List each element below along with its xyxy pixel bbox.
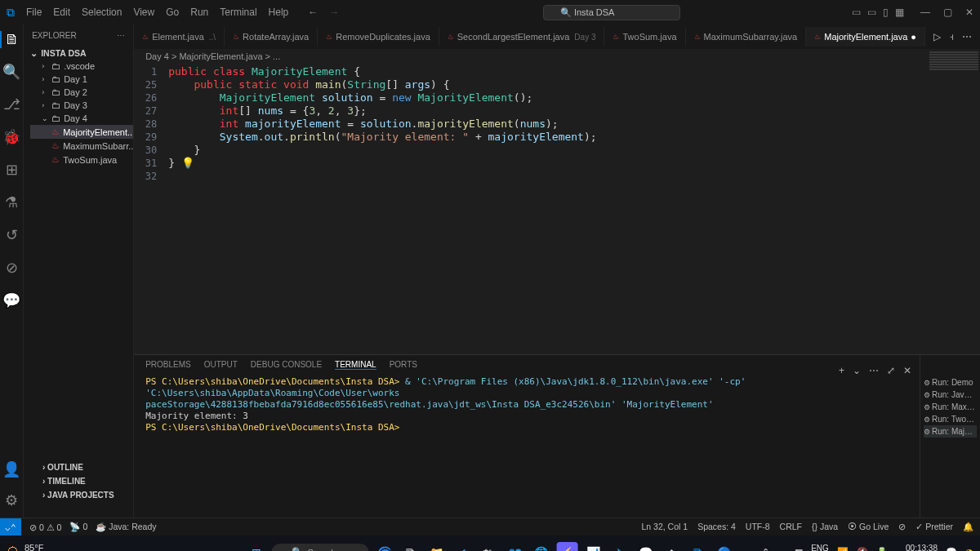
outline-section[interactable]: › OUTLINE — [36, 460, 146, 474]
tray-app-icon[interactable]: ▩ — [795, 547, 803, 551]
status-noti-icon[interactable]: ⊘ — [898, 522, 906, 532]
tab-twosum[interactable]: ♨TwoSum.java — [604, 27, 685, 47]
tray-wifi-icon[interactable]: 📶 — [837, 547, 849, 551]
tab-secondlargest[interactable]: ♨SecondLargestElement.javaDay 3 — [439, 27, 605, 47]
tray-noti-icon[interactable]: 💬 — [946, 547, 957, 551]
status-bell-icon[interactable]: 🔔 — [963, 522, 973, 532]
sidebar-icon[interactable]: ▯ — [883, 7, 889, 18]
new-terminal-icon[interactable]: + — [839, 365, 844, 376]
status-java[interactable]: ☕ Java: Ready — [96, 522, 156, 532]
chrome-icon[interactable]: 🔵 — [713, 542, 734, 552]
run-icon[interactable]: ▷ — [933, 31, 941, 42]
menu-go[interactable]: Go — [161, 3, 184, 21]
taskview-icon[interactable]: ⧉ — [399, 542, 421, 552]
status-lang[interactable]: {} Java — [812, 522, 838, 532]
status-spaces[interactable]: Spaces: 4 — [697, 522, 736, 532]
status-errors[interactable]: ⊘ 0 ⚠ 0 — [29, 522, 61, 532]
terminal-dropdown-icon[interactable]: ⌄ — [853, 365, 861, 376]
store-icon[interactable]: 🛍 — [478, 542, 499, 552]
layout-grid-icon[interactable]: ▦ — [895, 7, 904, 18]
remote-icon[interactable]: ⊘ — [6, 259, 18, 277]
folder-day2[interactable]: ›🗀 Day 2 — [30, 86, 133, 99]
code-editor[interactable]: 1public class MajorityElement {25 public… — [134, 64, 980, 354]
menu-terminal[interactable]: Terminal — [215, 3, 261, 21]
nav-forward-icon[interactable]: → — [329, 7, 339, 18]
vscode-taskbar-icon[interactable]: ⧉ — [687, 542, 708, 552]
terminal-content[interactable]: PS C:\Users\shiba\OneDrive\Documents\Ins… — [134, 375, 920, 518]
start-icon[interactable]: ⊞ — [246, 542, 267, 552]
status-prettier[interactable]: ✓ Prettier — [915, 522, 953, 532]
teams-icon[interactable]: 👥 — [504, 542, 525, 552]
folder-day4[interactable]: ⌄🗀 Day 4 — [30, 112, 133, 125]
status-enc[interactable]: UTF-8 — [746, 522, 770, 532]
source-control-icon[interactable]: ⎇ — [3, 96, 20, 113]
folder-vscode[interactable]: ›🗀 .vscode — [30, 60, 133, 73]
menu-file[interactable]: File — [21, 3, 47, 21]
run-javafo[interactable]: ⚙Run: JavaFo... — [924, 389, 977, 401]
breadcrumb[interactable]: Day 4 > MajorityElement.java > ... — [134, 49, 980, 64]
minimap[interactable] — [929, 51, 978, 149]
explorer-taskbar-icon[interactable]: 📁 — [425, 542, 447, 552]
run-demo[interactable]: ⚙Run: Demo — [924, 376, 977, 389]
weather-icon[interactable]: 🌤 — [7, 545, 20, 552]
panel-tab-ports[interactable]: PORTS — [390, 360, 417, 370]
panel-tab-output[interactable]: OUTPUT — [204, 360, 238, 370]
tab-removedup[interactable]: ♨RemoveDuplicates.java — [318, 27, 439, 47]
maximize-panel-icon[interactable]: ⤢ — [887, 365, 895, 376]
taskbar-search[interactable]: 🔍 Search — [272, 544, 369, 551]
debug-icon[interactable]: 🐞 — [2, 128, 20, 146]
telegram-icon[interactable]: ✈ — [608, 542, 630, 552]
tray-battery-icon[interactable]: 🔋 — [876, 547, 888, 551]
menu-view[interactable]: View — [128, 3, 159, 21]
tray-volume-icon[interactable]: 🔇 — [857, 547, 868, 551]
timeline-section[interactable]: › TIMELINE — [36, 474, 146, 488]
panel-more-icon[interactable]: ⋯ — [869, 365, 879, 376]
menu-help[interactable]: Help — [264, 3, 294, 21]
project-root[interactable]: ⌄INSTA DSA — [24, 47, 133, 60]
status-ports[interactable]: 📡 0 — [69, 522, 87, 532]
app4-icon[interactable]: ◆ — [661, 542, 682, 552]
minimize-icon[interactable]: — — [920, 7, 930, 18]
nav-back-icon[interactable]: ← — [308, 7, 318, 18]
menu-selection[interactable]: Selection — [77, 3, 127, 21]
tab-element[interactable]: ♨Element.java..\ — [134, 27, 225, 47]
command-center-search[interactable]: 🔍 Insta DSA — [543, 5, 681, 20]
remote-indicator[interactable]: ⌵⌃ — [0, 518, 21, 536]
folder-day3[interactable]: ›🗀 Day 3 — [30, 99, 133, 112]
tray-corner-icon[interactable]: ◑ — [965, 547, 973, 551]
status-eol[interactable]: CRLF — [780, 522, 802, 532]
menu-run[interactable]: Run — [185, 3, 213, 21]
panel-tab-terminal[interactable]: TERMINAL — [335, 360, 376, 370]
copilot-icon[interactable]: 🌀 — [373, 542, 394, 552]
status-pos[interactable]: Ln 32, Col 1 — [642, 522, 688, 532]
tray-chevron-icon[interactable]: ⌃ — [762, 547, 769, 551]
panel-tab-debugconsole[interactable]: DEBUG CONSOLE — [251, 360, 322, 370]
settings-icon[interactable]: ⚙ — [5, 491, 18, 509]
run-majorit[interactable]: ⚙Run: Majorit... — [924, 425, 977, 438]
tray-onedrive-icon[interactable]: ☁ — [777, 547, 786, 551]
extensions-icon[interactable]: ⊞ — [6, 161, 18, 179]
tab-maxsub[interactable]: ♨MaximumSubarray.java — [686, 27, 807, 47]
timeline-icon[interactable]: ↺ — [6, 226, 18, 244]
chat-icon[interactable]: 💬 — [2, 291, 20, 309]
maximize-icon[interactable]: ▢ — [943, 7, 952, 18]
menu-edit[interactable]: Edit — [48, 3, 75, 21]
run-maxim[interactable]: ⚙Run: Maxim... — [924, 401, 977, 413]
app1-icon[interactable]: ✔ — [452, 542, 473, 552]
app3-icon[interactable]: 📊 — [582, 542, 604, 552]
weather-widget[interactable]: 85°F Haze — [24, 543, 46, 552]
tray-datetime[interactable]: 00:13:38 18-05-2024 — [896, 544, 938, 552]
file-majority[interactable]: ♨ MajorityElement... — [30, 125, 133, 139]
status-golive[interactable]: ⦿ Go Live — [848, 522, 889, 532]
panel-tab-problems[interactable]: PROBLEMS — [145, 360, 191, 370]
more-icon[interactable]: ⋯ — [962, 31, 972, 42]
java-projects-section[interactable]: › JAVA PROJECTS — [36, 488, 146, 502]
close-icon[interactable]: ✕ — [965, 7, 973, 18]
tab-majority[interactable]: ♨MajorityElement.java ● — [806, 27, 925, 47]
run-twosum[interactable]: ⚙Run: TwoSum — [924, 413, 977, 425]
file-maxsub[interactable]: ♨ MaximumSubarr... — [30, 139, 133, 153]
account-icon[interactable]: 👤 — [2, 460, 20, 478]
search-icon[interactable]: 🔍 — [2, 63, 20, 81]
layout-icon[interactable]: ▭ — [852, 7, 861, 18]
edge-icon[interactable]: 🌐 — [530, 542, 551, 552]
